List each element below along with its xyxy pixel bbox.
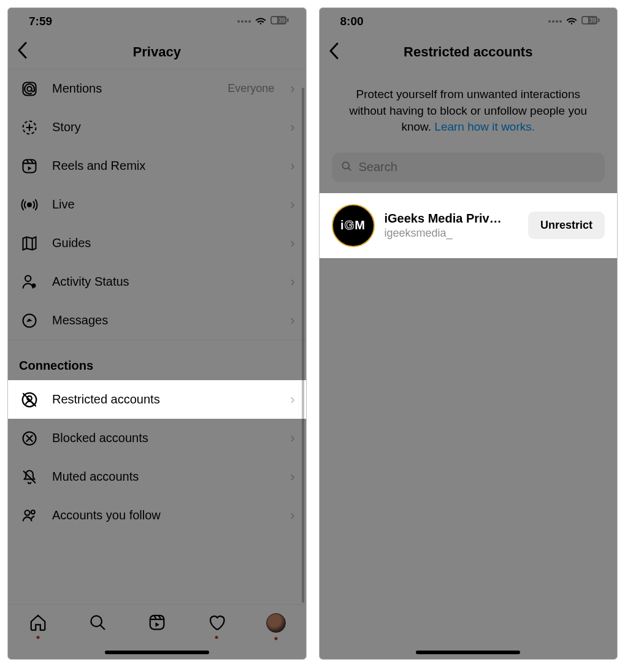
row-muted-accounts[interactable]: Muted accounts › <box>8 457 306 496</box>
row-restricted-accounts[interactable]: Restricted accounts › <box>8 380 306 419</box>
svg-text:39: 39 <box>589 17 597 24</box>
search-input[interactable]: Search <box>332 153 605 182</box>
row-label: Mentions <box>52 82 215 96</box>
status-bar: 8:00 39 <box>320 8 618 35</box>
chevron-right-icon: › <box>290 313 294 329</box>
svg-rect-7 <box>23 159 36 172</box>
row-blocked-accounts[interactable]: Blocked accounts › <box>8 419 306 457</box>
chevron-right-icon: › <box>290 274 294 290</box>
row-label: Activity Status <box>52 275 278 289</box>
battery-icon: 39 <box>581 15 600 28</box>
restricted-icon <box>19 391 40 409</box>
nav-header: Restricted accounts <box>320 35 618 69</box>
accounts-follow-icon <box>19 507 40 524</box>
svg-point-9 <box>25 275 31 281</box>
activity-status-icon <box>19 273 40 291</box>
svg-point-5 <box>27 86 31 91</box>
svg-point-10 <box>32 283 36 288</box>
svg-text:39: 39 <box>278 17 286 24</box>
live-icon <box>19 196 40 213</box>
row-mentions[interactable]: Mentions Everyone › <box>8 69 306 108</box>
notification-dot-icon <box>36 636 39 639</box>
reels-icon <box>19 158 40 175</box>
status-time: 7:59 <box>29 15 52 28</box>
row-story[interactable]: Story › <box>8 108 306 147</box>
tab-activity[interactable] <box>204 613 229 632</box>
account-avatar: iGM <box>332 204 375 247</box>
chevron-right-icon: › <box>290 235 294 251</box>
svg-point-17 <box>25 510 29 515</box>
svg-rect-23 <box>583 17 588 23</box>
restricted-account-row[interactable]: iGM iGeeks Media Privat… igeeksmedia_ Un… <box>320 193 618 258</box>
notification-dot-icon <box>274 637 277 640</box>
messages-icon <box>19 312 40 329</box>
nav-header: Privacy <box>8 35 306 69</box>
phone-privacy: 7:59 39 Privacy Mentions Everyone › <box>7 7 307 660</box>
row-label: Accounts you follow <box>52 508 278 522</box>
chevron-right-icon: › <box>290 469 294 485</box>
row-activity-status[interactable]: Activity Status › <box>8 262 306 301</box>
svg-rect-1 <box>287 18 289 22</box>
row-reels[interactable]: Reels and Remix › <box>8 147 306 185</box>
row-accounts-you-follow[interactable]: Accounts you follow › <box>8 496 306 535</box>
cellular-dots-icon <box>237 20 251 23</box>
page-title: Privacy <box>133 44 181 60</box>
account-text: iGeeks Media Privat… igeeksmedia_ <box>385 212 518 240</box>
tab-search[interactable] <box>85 613 110 632</box>
chevron-right-icon: › <box>290 120 294 136</box>
profile-avatar-icon <box>266 613 286 633</box>
tab-home[interactable] <box>26 613 50 632</box>
chevron-right-icon: › <box>290 430 294 446</box>
back-button[interactable] <box>328 42 339 63</box>
row-guides[interactable]: Guides › <box>8 224 306 262</box>
svg-point-8 <box>28 203 31 207</box>
guides-icon <box>19 235 40 252</box>
svg-point-18 <box>31 510 35 514</box>
interactions-list: Mentions Everyone › Story › Reels and Re… <box>8 69 306 535</box>
status-right: 39 <box>237 15 289 28</box>
tab-profile[interactable] <box>264 613 288 633</box>
avatar-text: iGM <box>340 218 366 232</box>
chevron-right-icon: › <box>290 197 294 213</box>
svg-point-25 <box>342 162 349 169</box>
row-label: Live <box>52 197 278 212</box>
mention-icon <box>19 80 40 97</box>
row-label: Muted accounts <box>52 470 278 484</box>
row-label: Story <box>52 120 278 134</box>
status-bar: 7:59 39 <box>8 8 306 35</box>
home-indicator[interactable] <box>416 651 520 654</box>
wifi-icon <box>566 15 578 28</box>
home-indicator[interactable] <box>105 651 209 654</box>
row-messages[interactable]: Messages › <box>8 301 306 340</box>
back-button[interactable] <box>17 42 28 62</box>
svg-rect-20 <box>150 616 164 630</box>
chevron-right-icon: › <box>290 392 294 408</box>
account-handle: igeeksmedia_ <box>385 227 518 240</box>
unrestrict-button[interactable]: Unrestrict <box>528 212 605 239</box>
svg-rect-22 <box>598 18 600 22</box>
row-label: Reels and Remix <box>52 159 278 173</box>
search-placeholder: Search <box>359 160 397 174</box>
row-label: Messages <box>52 313 278 327</box>
chevron-right-icon: › <box>290 81 294 97</box>
status-right: 39 <box>548 15 600 28</box>
status-time: 8:00 <box>340 15 364 28</box>
muted-icon <box>19 468 40 486</box>
row-label: Restricted accounts <box>52 392 278 407</box>
blocked-icon <box>19 430 40 447</box>
page-title: Restricted accounts <box>404 44 532 60</box>
row-live[interactable]: Live › <box>8 185 306 224</box>
svg-rect-2 <box>272 17 277 23</box>
chevron-right-icon: › <box>290 508 294 524</box>
row-label: Blocked accounts <box>52 431 278 445</box>
scroll-indicator[interactable] <box>302 88 304 603</box>
row-value: Everyone <box>228 82 274 95</box>
chevron-right-icon: › <box>290 158 294 174</box>
cellular-dots-icon <box>548 20 562 23</box>
section-header-connections: Connections <box>8 340 306 380</box>
tab-reels[interactable] <box>145 613 169 632</box>
battery-icon: 39 <box>270 15 289 28</box>
story-icon <box>19 119 40 136</box>
learn-how-link[interactable]: Learn how it works. <box>434 120 535 133</box>
search-icon <box>340 160 353 175</box>
